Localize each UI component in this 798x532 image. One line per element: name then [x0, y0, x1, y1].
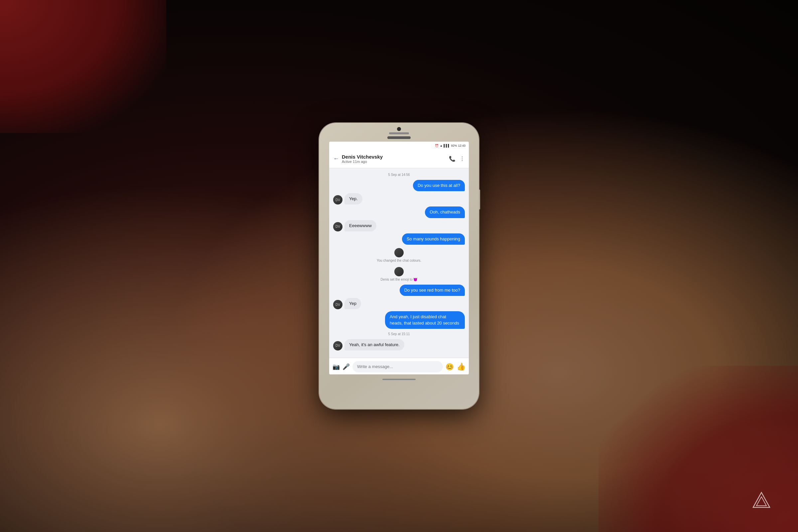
contact-status: Active 11m ago	[342, 159, 446, 164]
phone-screen: ⏰ ▲ ▌▌▌ 92% 12:43 ← Denis Vitchevsky Act…	[329, 141, 469, 374]
system-text: Denis set the emoji to 😈	[381, 278, 418, 281]
received-bubble: Yeah, it's an awful feature.	[344, 339, 404, 350]
sent-bubble: So many sounds happening	[402, 233, 465, 245]
avatar-image: DV	[333, 222, 342, 231]
message-row: Do you use this at all?	[333, 180, 465, 191]
system-message: You changed the chat colours.	[333, 248, 465, 262]
front-camera	[397, 127, 401, 131]
alarm-icon: ⏰	[435, 144, 439, 147]
date-separator-1: 5 Sep at 14:56	[333, 173, 465, 176]
more-options-icon[interactable]: ⋮	[459, 156, 465, 162]
phone-icon[interactable]: 📞	[449, 156, 456, 162]
received-bubble: Yep.	[344, 193, 362, 205]
phone-top	[319, 123, 479, 139]
chat-area: 5 Sep at 14:56 Do you use this at all? D…	[329, 168, 469, 358]
received-bubble: Yep	[344, 298, 361, 309]
verge-logo-svg	[752, 491, 772, 511]
sent-bubble: Ooh, chatheads	[425, 207, 465, 218]
contact-name: Denis Vitchevsky	[342, 154, 446, 159]
avatar: DV	[333, 341, 342, 350]
system-text: You changed the chat colours.	[377, 259, 421, 262]
svg-marker-0	[753, 492, 770, 507]
avatar-image: DV	[333, 341, 342, 350]
message-row: Ooh, chatheads	[333, 207, 465, 218]
message-row: Do you see red from me too?	[333, 285, 465, 296]
phone-device: ⏰ ▲ ▌▌▌ 92% 12:43 ← Denis Vitchevsky Act…	[319, 123, 479, 409]
system-avatar	[394, 267, 404, 276]
status-icons: ⏰ ▲ ▌▌▌ 92% 12:43	[435, 144, 466, 147]
scene: ⏰ ▲ ▌▌▌ 92% 12:43 ← Denis Vitchevsky Act…	[0, 0, 798, 532]
earpiece	[387, 136, 411, 139]
wifi-icon: ▲	[440, 144, 442, 147]
phone-wrapper: ⏰ ▲ ▌▌▌ 92% 12:43 ← Denis Vitchevsky Act…	[319, 123, 479, 409]
message-row: DV Eeeewwww	[333, 220, 465, 231]
sent-bubble: Do you see red from me too?	[400, 285, 465, 296]
battery-level: 92%	[451, 144, 457, 147]
message-row: So many sounds happening	[333, 233, 465, 245]
phone-bottom	[319, 374, 479, 384]
contact-info: Denis Vitchevsky Active 11m ago	[342, 154, 446, 164]
system-avatar	[394, 248, 404, 258]
speaker-grill	[389, 132, 409, 134]
app-header: ← Denis Vitchevsky Active 11m ago 📞 ⋮	[329, 150, 469, 168]
clock: 12:43	[458, 144, 466, 147]
home-indicator	[382, 379, 416, 380]
mic-icon[interactable]: 🎤	[342, 363, 350, 370]
received-bubble: Eeeewwww	[344, 220, 376, 231]
sent-bubble: Do you use this at all?	[413, 180, 465, 191]
status-bar: ⏰ ▲ ▌▌▌ 92% 12:43	[329, 141, 469, 150]
power-button	[479, 190, 480, 209]
back-button[interactable]: ←	[333, 155, 339, 162]
message-input[interactable]	[353, 361, 443, 373]
message-row: DV Yeah, it's an awful feature.	[333, 339, 465, 350]
verge-logo	[752, 491, 772, 512]
red-fabric-tl	[0, 0, 166, 133]
avatar: DV	[333, 222, 342, 231]
avatar-image: DV	[333, 195, 342, 205]
message-row: And yeah, I just disabled chat heads, th…	[333, 311, 465, 328]
date-separator-2: 5 Sep at 15:11	[333, 332, 465, 336]
avatar: DV	[333, 300, 342, 309]
camera-icon[interactable]: 📷	[332, 363, 340, 370]
avatar-image: DV	[333, 300, 342, 309]
input-bar: 📷 🎤 😊 👍	[329, 358, 469, 374]
emoji-icon[interactable]: 😊	[445, 363, 454, 371]
like-icon[interactable]: 👍	[457, 362, 466, 371]
avatar: DV	[333, 195, 342, 205]
sent-bubble: And yeah, I just disabled chat heads, th…	[385, 311, 465, 328]
message-row: DV Yep	[333, 298, 465, 309]
message-row: DV Yep.	[333, 193, 465, 205]
header-action-icons: 📞 ⋮	[449, 156, 465, 162]
signal-icon: ▌▌▌	[443, 144, 450, 147]
system-message: Denis set the emoji to 😈	[333, 267, 465, 281]
